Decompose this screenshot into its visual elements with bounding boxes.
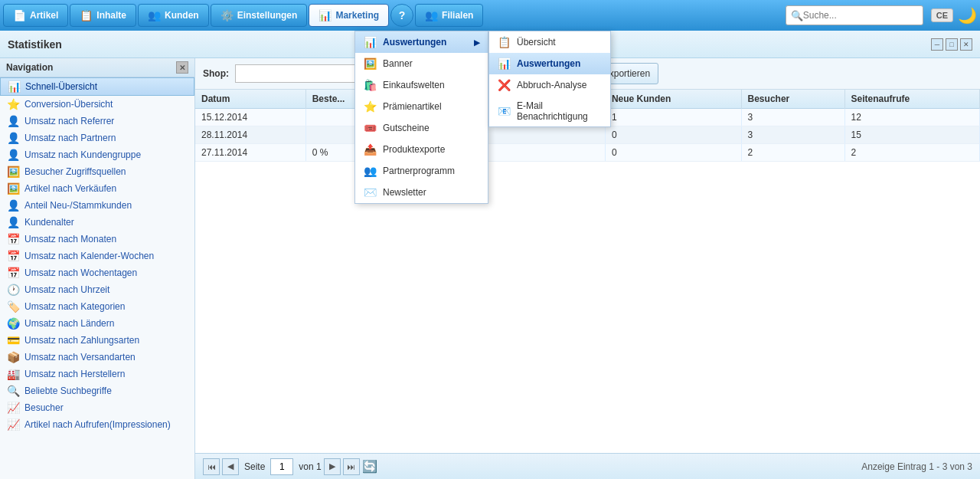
submenu-item-email[interactable]: 📧 E-Mail Benachrichtigung	[489, 96, 610, 126]
cell-neue-kunden: 1	[605, 109, 741, 126]
sidebar-title: Navigation	[6, 62, 53, 73]
dropdown-item-gutscheine[interactable]: 🎟️ Gutscheine	[355, 117, 488, 139]
dropdown-item-auswertungen[interactable]: 📊 Auswertungen ▶	[355, 31, 488, 53]
sidebar-item-hersteller[interactable]: 🏭 Umsatz nach Herstellern	[0, 366, 194, 382]
sidebar-item-kalenderwochen[interactable]: 📅 Umsatz nach Kalender-Wochen	[0, 248, 194, 264]
dropdown-item-banner[interactable]: 🖼️ Banner	[355, 53, 488, 74]
ce-badge: CE	[931, 8, 953, 22]
dropdown-item-newsletter[interactable]: ✉️ Newsletter	[355, 182, 488, 203]
sub-auswertungen-icon: 📊	[497, 57, 511, 70]
nav-btn-inhalte-label: Inhalte	[96, 10, 126, 21]
sidebar-item-suchbegriffe[interactable]: 🔍 Beliebte Suchbegriffe	[0, 382, 194, 399]
auswertungen-arrow-icon: ▶	[474, 38, 480, 47]
sidebar-item-kundengruppe[interactable]: 👤 Umsatz nach Kundengruppe	[0, 146, 194, 163]
sidebar-item-kundengruppe-label: Umsatz nach Kundengruppe	[24, 149, 141, 160]
topbar: 📄 Artikel 📋 Inhalte 👥 Kunden ⚙️ Einstell…	[0, 0, 980, 31]
prev-page-button[interactable]: ◀	[222, 458, 239, 475]
nav-btn-artikel[interactable]: 📄 Artikel	[3, 4, 68, 27]
sidebar-item-conversion[interactable]: ⭐ Conversion-Übersicht	[0, 96, 194, 113]
table-row[interactable]: 27.11.2014 0 % 0,00€ 0 0 2 2	[195, 144, 980, 162]
sidebar-close-button[interactable]: ✕	[176, 61, 188, 74]
sidebar-item-uhrzeit[interactable]: 🕐 Umsatz nach Uhrzeit	[0, 281, 194, 298]
dropdown-item-produktexporte[interactable]: 📤 Produktexporte	[355, 139, 488, 160]
gutscheine-dropdown-label: Gutscheine	[383, 123, 430, 133]
sidebar-item-laender-label: Umsatz nach Ländern	[24, 318, 114, 329]
artikel-icon: 📄	[13, 9, 26, 21]
partnerprogramm-dropdown-label: Partnerprogramm	[383, 166, 455, 176]
filialen-icon: 👥	[425, 9, 438, 21]
sidebar-item-verkaeufe-label: Artikel nach Verkäufen	[24, 183, 116, 194]
sidebar-item-zugriffsquellen[interactable]: 🖼️ Besucher Zugriffsquellen	[0, 163, 194, 180]
first-page-button[interactable]: ⏮	[203, 458, 220, 475]
sub-auswertungen-label: Auswertungen	[517, 58, 580, 69]
nav-btn-einstellungen[interactable]: ⚙️ Einstellungen	[211, 4, 308, 27]
sidebar-item-versandarten[interactable]: 📦 Umsatz nach Versandarten	[0, 349, 194, 366]
sidebar-item-schnell[interactable]: 📊 Schnell-Übersicht	[0, 77, 194, 96]
dropdown-item-partnerprogramm[interactable]: 👥 Partnerprogramm	[355, 160, 488, 182]
sidebar-list: 📊 Schnell-Übersicht ⭐ Conversion-Übersic…	[0, 77, 194, 479]
moon-icon: 🌙	[958, 6, 977, 25]
praemienartikel-dropdown-icon: ⭐	[363, 100, 377, 113]
sidebar-item-suchbegriffe-label: Beliebte Suchbegriffe	[24, 385, 112, 396]
cell-seitenaufrufe: 12	[844, 109, 979, 126]
minimize-button[interactable]: ─	[931, 38, 943, 51]
sidebar-item-impressionen[interactable]: 📈 Artikel nach Aufrufen(Impressionen)	[0, 416, 194, 433]
nav-btn-kunden[interactable]: 👥 Kunden	[138, 4, 209, 27]
einkaufswelten-dropdown-label: Einkaufswelten	[383, 80, 445, 90]
last-page-button[interactable]: ⏭	[343, 458, 360, 475]
suchbegriffe-icon: 🔍	[6, 385, 20, 397]
nav-btn-inhalte[interactable]: 📋 Inhalte	[70, 4, 136, 27]
produktexporte-dropdown-icon: 📤	[363, 143, 377, 156]
dropdown-item-praemienartikel[interactable]: ⭐ Prämienartikel	[355, 96, 488, 117]
sidebar-item-partner[interactable]: 👤 Umsatz nach Partnern	[0, 130, 194, 146]
col-datum: Datum	[195, 90, 305, 109]
email-icon: 📧	[497, 105, 511, 117]
nav-btn-marketing-label: Marketing	[335, 10, 379, 21]
cell-datum: 15.12.2014	[195, 109, 305, 126]
maximize-button[interactable]: □	[946, 38, 958, 51]
sidebar-item-kategorien[interactable]: 🏷️ Umsatz nach Kategorien	[0, 298, 194, 315]
search-input[interactable]	[803, 10, 918, 21]
search-box: 🔍	[786, 5, 923, 25]
shop-input[interactable]	[235, 64, 373, 83]
marketing-dropdown: 📊 Auswertungen ▶ 🖼️ Banner 🛍️ Einkaufswe…	[354, 31, 488, 204]
next-page-button[interactable]: ▶	[324, 458, 341, 475]
sidebar-item-wochentagen[interactable]: 📅 Umsatz nach Wochentagen	[0, 264, 194, 281]
hersteller-icon: 🏭	[6, 368, 20, 380]
email-label: E-Mail Benachrichtigung	[517, 100, 603, 122]
refresh-button[interactable]: 🔄	[362, 459, 377, 474]
table-area: Datum Beste... ...tz Neue Benutzer Neue …	[195, 90, 980, 453]
sidebar-item-monate-label: Umsatz nach Monaten	[24, 234, 116, 244]
sidebar-item-referrer[interactable]: 👤 Umsatz nach Referrer	[0, 113, 194, 130]
einstellungen-icon: ⚙️	[220, 9, 234, 21]
close-button[interactable]: ✕	[960, 38, 972, 51]
page-number-input[interactable]	[270, 458, 293, 475]
sidebar-item-laender[interactable]: 🌍 Umsatz nach Ländern	[0, 315, 194, 332]
zugriffsquellen-icon: 🖼️	[6, 166, 20, 178]
einkaufswelten-dropdown-icon: 🛍️	[363, 79, 377, 91]
sidebar-item-kundenalter[interactable]: 👤 Kundenalter	[0, 214, 194, 231]
sidebar-item-stammkunden[interactable]: 👤 Anteil Neu-/Stammkunden	[0, 197, 194, 214]
sidebar-item-versandarten-label: Umsatz nach Versandarten	[24, 352, 136, 363]
gutscheine-dropdown-icon: 🎟️	[363, 122, 377, 134]
nav-btn-filialen[interactable]: 👥 Filialen	[415, 4, 483, 27]
table-footer: ⏮ ◀ Seite von 1 ▶ ⏭ 🔄 Anzeige Eintrag 1 …	[195, 453, 980, 479]
sidebar-item-besucher[interactable]: 📈 Besucher	[0, 399, 194, 416]
marketing-icon: 📊	[318, 9, 332, 21]
submenu-item-auswertungen[interactable]: 📊 Auswertungen	[489, 53, 610, 74]
partnerprogramm-dropdown-icon: 👥	[363, 165, 377, 177]
nav-btn-marketing[interactable]: 📊 Marketing	[309, 4, 389, 27]
table-row[interactable]: 28.11.2014 00€ 0 0 3 15	[195, 126, 980, 144]
sidebar-item-zahlungsarten[interactable]: 💳 Umsatz nach Zahlungsarten	[0, 332, 194, 349]
sidebar-item-monate[interactable]: 📅 Umsatz nach Monaten	[0, 231, 194, 248]
submenu-item-abbruch[interactable]: ❌ Abbruch-Analyse	[489, 74, 610, 96]
kategorien-icon: 🏷️	[6, 300, 20, 313]
dropdown-item-einkaufswelten[interactable]: 🛍️ Einkaufswelten	[355, 74, 488, 96]
sidebar-item-verkaeufe[interactable]: 🖼️ Artikel nach Verkäufen	[0, 180, 194, 197]
zahlungsarten-icon: 💳	[6, 334, 20, 346]
submenu-item-uebersicht[interactable]: 📋 Übersicht	[489, 31, 610, 53]
sidebar-item-wochentagen-label: Umsatz nach Wochentagen	[24, 267, 137, 278]
cell-seitenaufrufe: 2	[844, 144, 979, 162]
sidebar-item-zahlungsarten-label: Umsatz nach Zahlungsarten	[24, 335, 139, 346]
help-button[interactable]: ?	[390, 4, 413, 27]
